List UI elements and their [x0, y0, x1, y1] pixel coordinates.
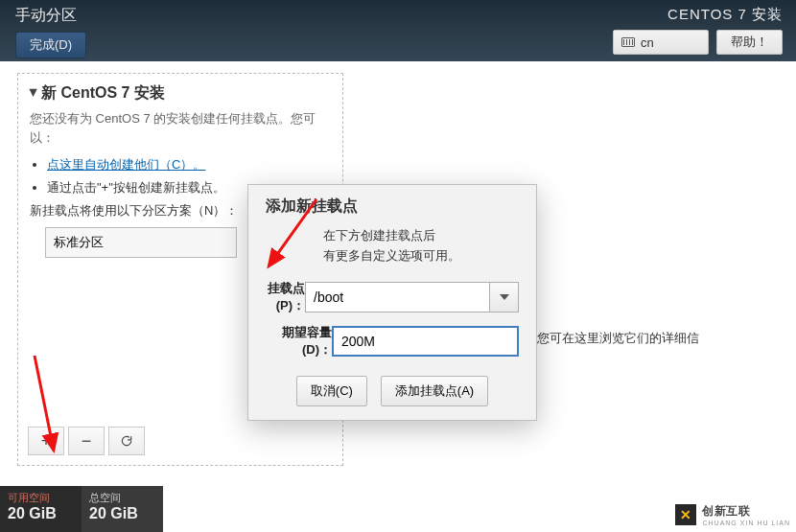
mountpoint-row: 挂载点(P)： — [266, 280, 519, 314]
header-left: 手动分区 完成(D) — [15, 6, 86, 58]
confirm-add-button[interactable]: 添加挂载点(A) — [381, 376, 488, 406]
remove-mountpoint-button[interactable]: − — [68, 427, 105, 455]
section-description: 您还没有为 CentOS 7 的安装创建任何挂载点。您可以： — [30, 109, 331, 147]
installer-title: CENTOS 7 安装 — [613, 6, 783, 24]
add-mountpoint-dialog: 添加新挂载点 在下方创建挂载点后 有更多自定义选项可用。 挂载点(P)： 期望容… — [247, 184, 537, 421]
keyboard-language-indicator[interactable]: cn — [613, 30, 709, 55]
section-title: ▶新 CentOS 7 安装 — [30, 83, 331, 104]
mountpoint-dropdown-button[interactable] — [490, 282, 519, 312]
keyboard-icon — [621, 37, 635, 47]
reload-icon — [120, 434, 133, 448]
capacity-row: 期望容量(D)： — [266, 324, 519, 359]
screen-title: 手动分区 — [15, 6, 86, 26]
available-space-value: 20 GiB — [8, 504, 74, 522]
watermark-sub: CHUANG XIN HU LIAN — [702, 520, 790, 526]
mountpoint-combo[interactable] — [305, 282, 519, 312]
disclosure-triangle-icon[interactable]: ▶ — [29, 89, 39, 97]
watermark-logo-icon: ✕ — [675, 504, 696, 525]
auto-create-link[interactable]: 点这里自动创建他们（C）。 — [47, 157, 205, 172]
partition-scheme-select[interactable]: 标准分区 — [45, 227, 237, 258]
mountpoint-toolbar: + − — [28, 427, 145, 455]
available-space-card: 可用空间 20 GiB — [0, 486, 82, 532]
watermark-brand: 创新互联 — [702, 503, 790, 520]
header-bar: 手动分区 完成(D) CENTOS 7 安装 cn 帮助！ — [0, 0, 796, 61]
auto-create-link-item: 点这里自动创建他们（C）。 — [47, 156, 331, 173]
dialog-description: 在下方创建挂载点后 有更多自定义选项可用。 — [323, 226, 519, 266]
scheme-value: 标准分区 — [54, 234, 104, 251]
add-mountpoint-button[interactable]: + — [28, 427, 64, 455]
total-space-value: 20 GiB — [89, 504, 155, 522]
watermark: ✕ 创新互联 CHUANG XIN HU LIAN — [675, 503, 790, 526]
reload-button[interactable] — [108, 427, 145, 455]
capacity-label: 期望容量(D)： — [266, 324, 332, 359]
mountpoint-label: 挂载点(P)： — [266, 280, 305, 314]
language-code: cn — [641, 35, 654, 50]
dialog-buttons: 取消(C) 添加挂载点(A) — [266, 376, 519, 406]
total-space-label: 总空间 — [89, 492, 155, 504]
mountpoint-input[interactable] — [305, 282, 490, 312]
total-space-card: 总空间 20 GiB — [82, 486, 163, 532]
dialog-title: 添加新挂载点 — [266, 197, 519, 217]
done-button[interactable]: 完成(D) — [15, 32, 86, 58]
header-right: CENTOS 7 安装 cn 帮助！ — [613, 6, 783, 55]
cancel-button[interactable]: 取消(C) — [296, 376, 367, 406]
help-button[interactable]: 帮助！ — [716, 30, 783, 55]
available-space-label: 可用空间 — [8, 492, 74, 504]
capacity-input[interactable] — [332, 326, 519, 357]
chevron-down-icon — [500, 294, 509, 300]
